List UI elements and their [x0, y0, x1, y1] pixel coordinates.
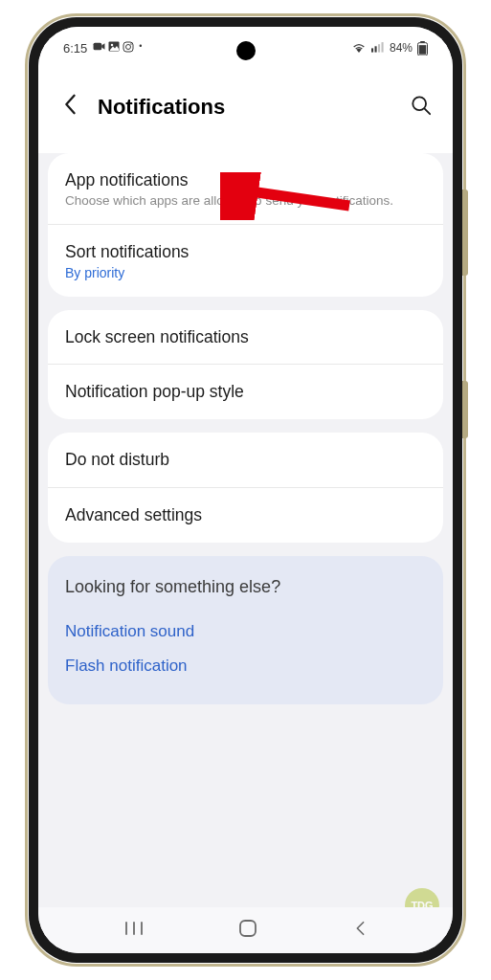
row-title: App notifications: [65, 169, 426, 191]
screen: 6:15 •: [38, 27, 453, 953]
row-subtitle: Choose which apps are allowed to send yo…: [65, 193, 426, 208]
lock-screen-notifications-row[interactable]: Lock screen notifications: [48, 310, 443, 366]
settings-group-2: Lock screen notifications Notification p…: [48, 310, 443, 420]
page-title: Notifications: [98, 95, 393, 120]
video-icon: [93, 41, 105, 55]
svg-rect-7: [374, 46, 376, 52]
app-notifications-row[interactable]: App notifications Choose which apps are …: [48, 153, 443, 225]
svg-point-4: [126, 45, 131, 50]
nav-back-button[interactable]: [353, 920, 367, 942]
row-title: Advanced settings: [65, 504, 426, 526]
sort-notifications-row[interactable]: Sort notifications By priority: [48, 225, 443, 297]
settings-group-1: App notifications Choose which apps are …: [48, 153, 443, 297]
row-title: Do not disturb: [65, 449, 426, 471]
recent-apps-button[interactable]: [124, 921, 144, 941]
power-button: [462, 381, 468, 438]
row-title: Notification pop-up style: [65, 381, 426, 403]
more-dot-icon: •: [139, 41, 142, 55]
status-time: 6:15: [63, 41, 87, 56]
signal-icon: [371, 41, 385, 56]
settings-group-3: Do not disturb Advanced settings: [48, 433, 443, 543]
camera-notch: [236, 41, 256, 60]
svg-point-13: [413, 97, 426, 110]
phone-frame: 6:15 •: [29, 17, 462, 963]
extra-title: Looking for something else?: [65, 577, 426, 597]
nav-bar: [38, 907, 453, 953]
back-button[interactable]: [59, 90, 80, 124]
battery-text: 84%: [390, 41, 413, 55]
svg-rect-8: [378, 44, 380, 52]
header: Notifications: [38, 61, 453, 153]
svg-rect-6: [371, 48, 373, 52]
looking-for-card: Looking for something else? Notification…: [48, 556, 443, 704]
svg-rect-0: [94, 43, 102, 51]
row-title: Sort notifications: [65, 241, 426, 263]
status-right: 84%: [351, 41, 428, 56]
volume-button: [462, 189, 468, 276]
instagram-icon: [123, 41, 134, 55]
svg-point-2: [111, 44, 114, 47]
svg-rect-12: [419, 45, 427, 55]
do-not-disturb-row[interactable]: Do not disturb: [48, 433, 443, 488]
svg-rect-19: [240, 921, 256, 936]
content: App notifications Choose which apps are …: [38, 153, 453, 704]
flash-notification-link[interactable]: Flash notification: [65, 649, 426, 683]
status-icons-left: •: [93, 41, 142, 55]
notification-sound-link[interactable]: Notification sound: [65, 614, 426, 649]
svg-line-14: [425, 108, 431, 114]
advanced-settings-row[interactable]: Advanced settings: [48, 488, 443, 543]
svg-rect-9: [381, 42, 383, 53]
notification-popup-style-row[interactable]: Notification pop-up style: [48, 365, 443, 419]
row-title: Lock screen notifications: [65, 326, 426, 348]
battery-icon: [417, 41, 428, 56]
search-button[interactable]: [411, 95, 432, 121]
photo-icon: [108, 41, 120, 55]
wifi-icon: [351, 41, 367, 56]
svg-point-5: [131, 43, 133, 45]
status-left: 6:15 •: [63, 41, 142, 56]
row-subtitle: By priority: [65, 265, 426, 280]
home-button[interactable]: [238, 919, 257, 943]
